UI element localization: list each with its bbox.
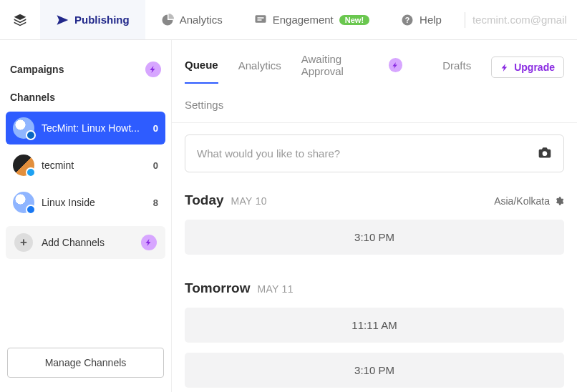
timezone-control[interactable]: Asia/Kolkata: [494, 195, 564, 207]
tab-queue[interactable]: Queue: [185, 59, 218, 84]
pie-chart-icon: [161, 14, 174, 26]
avatar: [13, 155, 34, 176]
tab-label: Awaiting Approval: [301, 53, 384, 77]
channel-label: TecMint: Linux Howt...: [42, 122, 146, 134]
schedule-day-header: Today MAY 10 Asia/Kolkata: [172, 172, 577, 215]
nav-publishing[interactable]: Publishing: [40, 0, 145, 39]
schedule-day-header: Tomorrow MAY 11: [172, 260, 577, 303]
tab-drafts[interactable]: Drafts: [442, 59, 471, 79]
day-title: Today: [185, 192, 224, 208]
sidebar-channels-heading: Channels: [0, 84, 171, 110]
bolt-icon: [389, 58, 403, 72]
channel-label: Linux Inside: [42, 197, 146, 208]
bolt-icon: [145, 62, 161, 77]
avatar: [13, 192, 34, 213]
channel-label: tecmint: [42, 160, 146, 171]
bolt-icon: [500, 63, 510, 72]
channel-item[interactable]: tecmint 0: [6, 149, 165, 182]
add-channels-label: Add Channels: [42, 237, 132, 248]
nav-label: Publishing: [74, 14, 130, 26]
twitter-icon: [26, 167, 36, 177]
subtab-settings[interactable]: Settings: [172, 89, 577, 123]
account-email[interactable]: tecmint.com@gmail: [472, 14, 570, 26]
bolt-icon: [141, 235, 157, 250]
channel-item[interactable]: Linux Inside 8: [6, 186, 165, 219]
channels-label: Channels: [10, 92, 55, 103]
paper-plane-icon: [56, 14, 69, 26]
composer-placeholder: What would you like to share?: [197, 147, 340, 160]
new-badge: New!: [339, 15, 369, 25]
nav-separator: [465, 12, 465, 28]
gear-icon: [554, 196, 564, 206]
main-content: Queue Analytics Awaiting Approval Drafts…: [172, 40, 577, 392]
composer-input[interactable]: What would you like to share?: [185, 134, 564, 172]
svg-rect-0: [255, 15, 266, 23]
upgrade-button[interactable]: Upgrade: [491, 57, 564, 78]
day-date: MAY 10: [231, 195, 267, 207]
schedule-slot[interactable]: 3:10 PM: [185, 353, 564, 388]
avatar: [13, 117, 34, 139]
nav-engagement[interactable]: Engagement New!: [238, 0, 385, 39]
channel-count: 0: [153, 160, 158, 171]
nav-help[interactable]: ? Help: [385, 0, 457, 39]
manage-channels-button[interactable]: Manage Channels: [7, 348, 164, 378]
nav-label: Engagement: [273, 14, 334, 26]
nav-label: Analytics: [180, 14, 223, 26]
tab-awaiting-approval[interactable]: Awaiting Approval: [301, 53, 402, 89]
schedule-slot[interactable]: 11:11 AM: [185, 308, 564, 343]
channel-item[interactable]: TecMint: Linux Howt... 0: [6, 112, 165, 144]
sidebar: Campaigns Channels TecMint: Linux Howt..…: [0, 40, 172, 392]
channel-count: 0: [153, 123, 158, 134]
nav-label: Help: [420, 14, 442, 26]
camera-icon[interactable]: [538, 145, 552, 162]
sidebar-campaigns-heading[interactable]: Campaigns: [0, 54, 171, 84]
plus-icon: +: [14, 233, 33, 252]
nav-analytics[interactable]: Analytics: [145, 0, 238, 39]
layers-icon: [13, 13, 27, 27]
schedule-slot[interactable]: 3:10 PM: [185, 220, 564, 255]
day-date: MAY 11: [257, 283, 293, 295]
timezone-label: Asia/Kolkata: [494, 195, 550, 207]
upgrade-label: Upgrade: [514, 62, 555, 73]
add-channels-button[interactable]: + Add Channels: [6, 226, 165, 259]
svg-rect-2: [257, 19, 261, 21]
tab-analytics[interactable]: Analytics: [238, 59, 281, 83]
day-title: Tomorrow: [185, 280, 250, 296]
channel-count: 8: [153, 197, 158, 208]
svg-rect-1: [257, 17, 263, 19]
question-circle-icon: ?: [401, 14, 414, 26]
svg-text:?: ?: [405, 15, 409, 24]
app-logo[interactable]: [0, 0, 40, 39]
top-nav: Publishing Analytics Engagement New! ? H…: [0, 0, 577, 40]
tabs: Queue Analytics Awaiting Approval Drafts…: [172, 40, 577, 89]
campaigns-label: Campaigns: [10, 64, 64, 75]
chat-icon: [254, 14, 267, 26]
facebook-icon: [26, 205, 36, 215]
linkedin-icon: [26, 130, 36, 140]
